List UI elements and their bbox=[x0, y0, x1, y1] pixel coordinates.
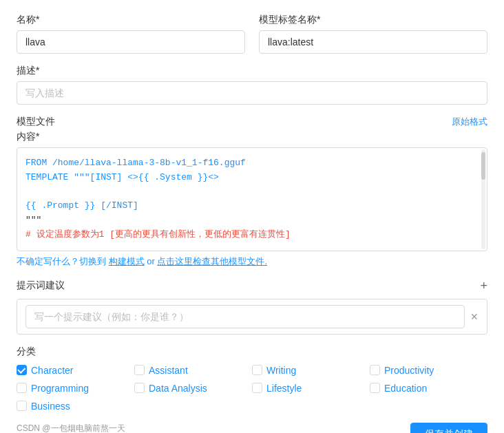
checkbox-productivity[interactable] bbox=[370, 365, 380, 375]
suggestion-wrap: ✕ bbox=[17, 299, 487, 335]
editor-scrollbar[interactable] bbox=[481, 149, 485, 249]
content-editor[interactable]: FROM /home/llava-llama-3-8b-v1_1-f16.ggu… bbox=[17, 147, 487, 251]
category-item-lifestyle[interactable]: Lifestyle bbox=[252, 383, 370, 394]
check-models-link[interactable]: 点击这里检查其他模型文件. bbox=[157, 256, 267, 266]
category-label-writing: Writing bbox=[266, 365, 296, 376]
category-label-character: Character bbox=[31, 365, 73, 376]
desc-label: 描述* bbox=[17, 65, 487, 77]
checkbox-programming[interactable] bbox=[17, 383, 27, 393]
category-section: 分类 Character Assistant Writing Productiv… bbox=[17, 346, 487, 412]
checkbox-business[interactable] bbox=[17, 401, 27, 411]
category-item-education[interactable]: Education bbox=[370, 383, 487, 394]
tag-label: 模型标签名称* bbox=[259, 14, 487, 26]
model-file-header: 模型文件 原始格式 bbox=[17, 116, 487, 128]
category-item-business[interactable]: Business bbox=[17, 401, 134, 412]
code-line-6: # 设定温度参数为1 [更高的更具有创新性，更低的更富有连贯性] bbox=[25, 228, 479, 242]
category-item-productivity[interactable]: Productivity bbox=[370, 365, 487, 376]
build-mode-link[interactable]: 构建模式 bbox=[109, 256, 145, 266]
code-line-3 bbox=[25, 185, 479, 200]
checkbox-lifestyle[interactable] bbox=[252, 383, 262, 393]
category-item-character[interactable]: Character bbox=[17, 365, 134, 376]
suggestion-input[interactable] bbox=[25, 305, 465, 328]
hint-text[interactable]: 不确定写什么？切换到 构建模式 or 点击这里检查其他模型文件. bbox=[17, 255, 487, 268]
code-line-2: TEMPLATE """[INST] <>{{ .System }}<> bbox=[25, 171, 479, 185]
category-label-lifestyle: Lifestyle bbox=[266, 383, 302, 394]
add-tip-button[interactable]: + bbox=[480, 279, 487, 293]
category-label-productivity: Productivity bbox=[384, 365, 434, 376]
category-grid: Character Assistant Writing Productivity… bbox=[17, 365, 487, 412]
bottom-actions: CSDN @一包烟电脑前熬一天 保存并创建 bbox=[17, 423, 487, 433]
tag-group: 模型标签名称* bbox=[259, 14, 487, 54]
category-label-assistant: Assistant bbox=[149, 365, 188, 376]
category-item-programming[interactable]: Programming bbox=[17, 383, 134, 394]
clear-suggestion-icon[interactable]: ✕ bbox=[470, 311, 479, 322]
name-tag-row: 名称* 模型标签名称* bbox=[17, 14, 487, 54]
category-item-writing[interactable]: Writing bbox=[252, 365, 370, 376]
watermark: CSDN @一包烟电脑前熬一天 bbox=[17, 423, 402, 433]
name-group: 名称* bbox=[17, 14, 245, 54]
tag-input[interactable] bbox=[259, 30, 487, 54]
tips-section-header: 提示词建议 + bbox=[17, 279, 487, 293]
raw-format-toggle[interactable]: 原始格式 bbox=[452, 116, 487, 128]
checkbox-data-analysis[interactable] bbox=[134, 383, 145, 393]
category-title: 分类 bbox=[17, 346, 487, 358]
checkbox-assistant[interactable] bbox=[134, 365, 145, 375]
category-item-data-analysis[interactable]: Data Analysis bbox=[134, 383, 252, 394]
category-label-programming: Programming bbox=[31, 383, 89, 394]
code-line-5: """ bbox=[25, 213, 479, 228]
code-line-4: {{ .Prompt }} [/INST] bbox=[25, 199, 479, 213]
code-line-1: FROM /home/llava-llama-3-8b-v1_1-f16.ggu… bbox=[25, 156, 479, 171]
name-label: 名称* bbox=[17, 14, 245, 26]
category-label-business: Business bbox=[31, 401, 70, 412]
category-label-data-analysis: Data Analysis bbox=[149, 383, 207, 394]
name-input[interactable] bbox=[17, 30, 245, 54]
save-button[interactable]: 保存并创建 bbox=[410, 423, 487, 433]
tips-label: 提示词建议 bbox=[17, 279, 65, 292]
checkbox-education[interactable] bbox=[370, 383, 380, 393]
category-item-assistant[interactable]: Assistant bbox=[134, 365, 252, 376]
desc-group: 描述* bbox=[17, 65, 487, 105]
content-label: 内容* bbox=[17, 131, 487, 143]
scrollbar-thumb bbox=[481, 152, 485, 180]
desc-input[interactable] bbox=[17, 81, 487, 105]
checkbox-writing[interactable] bbox=[252, 365, 262, 375]
model-file-label: 模型文件 bbox=[17, 116, 55, 128]
category-label-education: Education bbox=[384, 383, 427, 394]
checkbox-character[interactable] bbox=[17, 365, 27, 375]
